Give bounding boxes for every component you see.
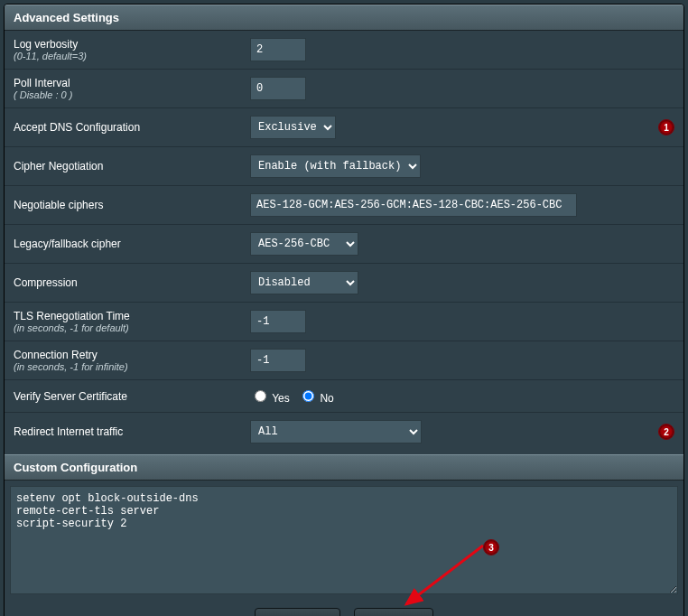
negotiable-ciphers-label: Negotiable ciphers: [14, 199, 103, 211]
advanced-settings-panel: Advanced Settings Log verbosity (0-11, d…: [4, 4, 684, 616]
verify-cert-no-text: No: [320, 392, 333, 405]
poll-interval-label: Poll Interval: [14, 77, 70, 89]
redirect-select[interactable]: All: [250, 420, 422, 443]
verify-cert-yes-label[interactable]: Yes: [250, 392, 293, 405]
compression-label: Compression: [14, 276, 78, 289]
annotation-badge-2: 2: [658, 424, 674, 440]
custom-config-textarea[interactable]: [10, 486, 678, 594]
conn-retry-input[interactable]: [250, 349, 306, 372]
poll-interval-input[interactable]: [250, 77, 306, 100]
accept-dns-select[interactable]: Exclusive: [250, 116, 336, 139]
verify-cert-yes-radio[interactable]: [255, 390, 266, 402]
tls-reneg-input[interactable]: [250, 310, 306, 333]
cipher-negotiation-select[interactable]: Enable (with fallback): [250, 154, 421, 178]
log-verbosity-label: Log verbosity: [14, 38, 78, 51]
custom-config-header: Custom Configuration: [5, 454, 683, 481]
poll-interval-hint: ( Disable : 0 ): [14, 89, 232, 100]
redirect-label: Redirect Internet traffic: [14, 425, 123, 438]
conn-retry-hint: (in seconds, -1 for infinite): [14, 361, 232, 372]
log-verbosity-input[interactable]: [250, 38, 306, 61]
verify-cert-no-label[interactable]: No: [298, 392, 334, 405]
legacy-cipher-label: Legacy/fallback cipher: [14, 238, 121, 250]
settings-table: Log verbosity (0-11, default=3) Poll Int…: [5, 31, 683, 451]
log-verbosity-hint: (0-11, default=3): [14, 51, 232, 61]
negotiable-ciphers-input[interactable]: [250, 193, 577, 217]
compression-select[interactable]: Disabled: [250, 271, 358, 294]
verify-cert-no-radio[interactable]: [302, 390, 314, 402]
legacy-cipher-select[interactable]: AES-256-CBC: [250, 232, 358, 256]
conn-retry-label: Connection Retry: [14, 349, 98, 361]
verify-cert-label: Verify Server Certificate: [14, 390, 127, 403]
apply-button[interactable]: Apply: [354, 608, 432, 616]
cipher-negotiation-label: Cipher Negotiation: [14, 160, 103, 173]
default-button[interactable]: Default: [255, 608, 340, 616]
accept-dns-label: Accept DNS Configuration: [14, 121, 140, 134]
verify-cert-yes-text: Yes: [272, 392, 290, 405]
annotation-badge-1: 1: [658, 119, 674, 135]
advanced-settings-header: Advanced Settings: [5, 5, 683, 31]
annotation-badge-3: 3: [483, 539, 499, 555]
tls-reneg-hint: (in seconds, -1 for default): [14, 322, 232, 333]
tls-reneg-label: TLS Renegotiation Time: [14, 310, 130, 322]
